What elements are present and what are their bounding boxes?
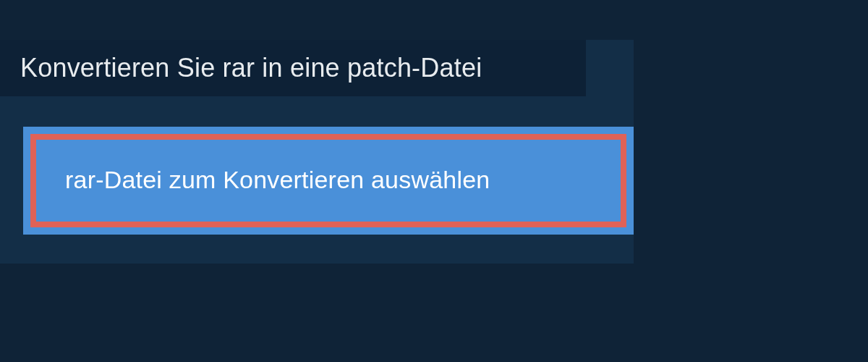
converter-panel: Konvertieren Sie rar in eine patch-Datei… — [0, 40, 634, 264]
button-inner: rar-Datei zum Konvertieren auswählen — [39, 143, 618, 219]
page-title: Konvertieren Sie rar in eine patch-Datei — [20, 53, 566, 83]
heading-container: Konvertieren Sie rar in eine patch-Datei — [0, 40, 586, 96]
button-label: rar-Datei zum Konvertieren auswählen — [65, 166, 490, 193]
select-file-button[interactable]: rar-Datei zum Konvertieren auswählen — [23, 127, 634, 235]
button-highlight-border: rar-Datei zum Konvertieren auswählen — [30, 134, 626, 227]
